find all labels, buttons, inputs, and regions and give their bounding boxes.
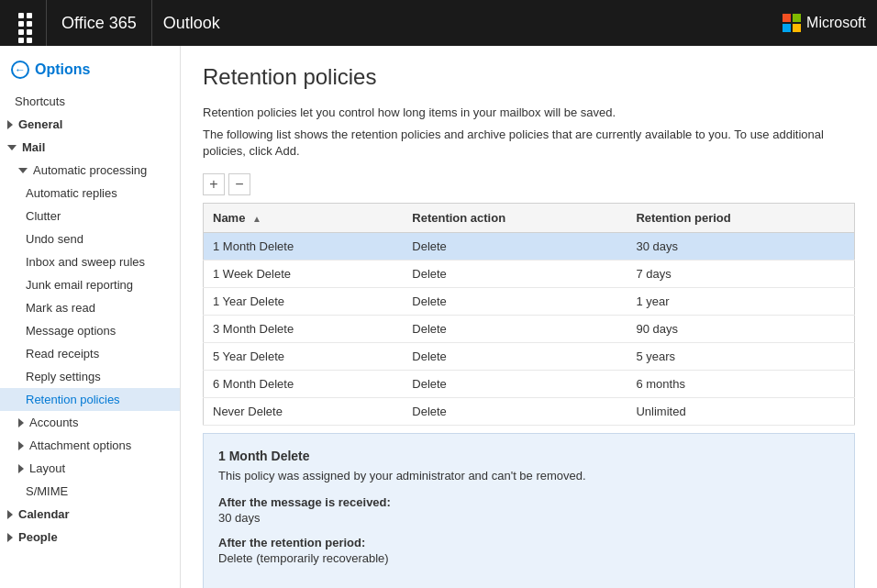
- row-action-cell: Delete: [403, 315, 627, 342]
- sidebar-item-people[interactable]: People: [0, 526, 180, 549]
- row-action-cell: Delete: [403, 397, 627, 425]
- row-period-cell: 30 days: [627, 232, 854, 260]
- table-header-row: Name ▲ Retention action Retention period: [204, 203, 855, 232]
- sidebar-item-smime[interactable]: S/MIME: [0, 480, 180, 503]
- row-action-cell: Delete: [403, 342, 627, 370]
- add-policy-button[interactable]: +: [203, 173, 225, 195]
- options-label: Options: [35, 61, 90, 78]
- auto-proc-label: Automatic processing: [33, 163, 147, 177]
- sidebar-item-attachment-options[interactable]: Attachment options: [0, 434, 180, 457]
- row-period-cell: 1 year: [627, 287, 854, 315]
- mark-as-read-label: Mark as read: [26, 301, 95, 315]
- ms-sq-yellow: [793, 24, 801, 32]
- general-label: General: [18, 117, 62, 131]
- row-name-cell: 1 Month Delete: [204, 232, 404, 260]
- sidebar: ← Options Shortcuts General Mail Automat…: [0, 46, 181, 588]
- sidebar-item-general[interactable]: General: [0, 113, 180, 136]
- sidebar-item-clutter[interactable]: Clutter: [0, 205, 180, 227]
- inbox-sweep-label: Inbox and sweep rules: [26, 255, 145, 269]
- sidebar-item-junk-email[interactable]: Junk email reporting: [0, 273, 180, 296]
- waffle-dot: [18, 29, 24, 35]
- chevron-right-icon: [18, 441, 24, 450]
- undo-send-label: Undo send: [26, 232, 83, 246]
- detail-panel: 1 Month Delete This policy was assigned …: [203, 433, 855, 588]
- row-period-cell: Unlimited: [627, 397, 854, 425]
- ms-sq-blue: [783, 24, 791, 32]
- policies-toolbar: + −: [203, 173, 855, 195]
- read-receipts-label: Read receipts: [26, 347, 99, 361]
- table-header: Name ▲ Retention action Retention period: [204, 203, 855, 232]
- sidebar-item-automatic-processing[interactable]: Automatic processing: [0, 159, 180, 182]
- table-row[interactable]: 5 Year Delete Delete 5 years: [204, 342, 855, 370]
- table-row[interactable]: 6 Month Delete Delete 6 months: [204, 370, 855, 397]
- calendar-label: Calendar: [18, 507, 70, 521]
- policies-table: Name ▲ Retention action Retention period…: [203, 203, 855, 426]
- row-action-cell: Delete: [403, 232, 627, 260]
- waffle-dot: [27, 38, 32, 43]
- content-area: Retention policies Retention policies le…: [181, 46, 877, 588]
- table-row[interactable]: 3 Month Delete Delete 90 days: [204, 315, 855, 342]
- detail-policy-name: 1 Month Delete: [218, 449, 839, 463]
- column-header-period: Retention period: [627, 203, 854, 232]
- table-body: 1 Month Delete Delete 30 days 1 Week Del…: [204, 232, 855, 425]
- microsoft-label: Microsoft: [806, 15, 866, 31]
- column-header-name[interactable]: Name ▲: [204, 203, 404, 232]
- mail-label: Mail: [22, 140, 45, 154]
- back-icon[interactable]: ←: [11, 61, 29, 79]
- waffle-dot: [18, 21, 24, 27]
- sidebar-item-layout[interactable]: Layout: [0, 457, 180, 480]
- row-name-cell: 5 Year Delete: [204, 342, 404, 370]
- sidebar-item-mark-as-read[interactable]: Mark as read: [0, 296, 180, 319]
- remove-policy-button[interactable]: −: [228, 173, 250, 195]
- detail-value-2: Delete (temporarily recoverable): [218, 551, 839, 565]
- table-row[interactable]: 1 Month Delete Delete 30 days: [204, 232, 855, 260]
- sidebar-item-mail[interactable]: Mail: [0, 136, 180, 159]
- table-row[interactable]: Never Delete Delete Unlimited: [204, 397, 855, 425]
- sidebar-item-automatic-replies[interactable]: Automatic replies: [0, 182, 180, 205]
- ms-sq-green: [793, 14, 801, 22]
- detail-value-1: 30 days: [218, 511, 839, 525]
- people-label: People: [18, 530, 58, 544]
- app-name-label: Office 365: [46, 0, 152, 46]
- retention-policies-label: Retention policies: [26, 393, 120, 406]
- table-row[interactable]: 1 Year Delete Delete 1 year: [204, 287, 855, 315]
- detail-label-1: After the message is received:: [218, 495, 839, 509]
- topbar: Office 365 Outlook Microsoft: [0, 0, 877, 46]
- sidebar-item-inbox-sweep[interactable]: Inbox and sweep rules: [0, 250, 180, 273]
- ms-sq-red: [783, 14, 791, 22]
- chevron-right-icon: [18, 418, 24, 427]
- col-action-label: Retention action: [412, 211, 505, 225]
- sidebar-item-reply-settings[interactable]: Reply settings: [0, 365, 180, 388]
- row-name-cell: 1 Week Delete: [204, 260, 404, 287]
- detail-admin-note: This policy was assigned by your adminis…: [218, 469, 839, 483]
- sidebar-item-shortcuts[interactable]: Shortcuts: [0, 90, 180, 113]
- attachment-options-label: Attachment options: [29, 438, 131, 452]
- row-name-cell: 3 Month Delete: [204, 315, 404, 342]
- row-action-cell: Delete: [403, 260, 627, 287]
- auto-replies-label: Automatic replies: [26, 186, 117, 200]
- row-action-cell: Delete: [403, 370, 627, 397]
- sidebar-item-retention-policies[interactable]: Retention policies: [0, 388, 180, 411]
- sidebar-item-message-options[interactable]: Message options: [0, 319, 180, 342]
- sidebar-item-accounts[interactable]: Accounts: [0, 411, 180, 434]
- page-title: Retention policies: [203, 64, 855, 90]
- sidebar-item-calendar[interactable]: Calendar: [0, 503, 180, 526]
- waffle-dot: [27, 21, 32, 27]
- row-name-cell: Never Delete: [204, 397, 404, 425]
- sidebar-item-undo-send[interactable]: Undo send: [0, 227, 180, 250]
- row-period-cell: 6 months: [627, 370, 854, 397]
- table-row[interactable]: 1 Week Delete Delete 7 days: [204, 260, 855, 287]
- options-header[interactable]: ← Options: [0, 53, 180, 90]
- accounts-label: Accounts: [29, 416, 78, 429]
- chevron-right-icon: [7, 510, 13, 519]
- sidebar-item-read-receipts[interactable]: Read receipts: [0, 342, 180, 365]
- shortcuts-label: Shortcuts: [15, 94, 65, 108]
- clutter-label: Clutter: [26, 209, 61, 223]
- waffle-menu[interactable]: [11, 9, 39, 37]
- row-name-cell: 6 Month Delete: [204, 370, 404, 397]
- row-action-cell: Delete: [403, 287, 627, 315]
- description-1: Retention policies let you control how l…: [203, 105, 855, 121]
- smime-label: S/MIME: [26, 484, 68, 498]
- chevron-down-icon: [7, 145, 17, 150]
- waffle-dot: [18, 38, 24, 43]
